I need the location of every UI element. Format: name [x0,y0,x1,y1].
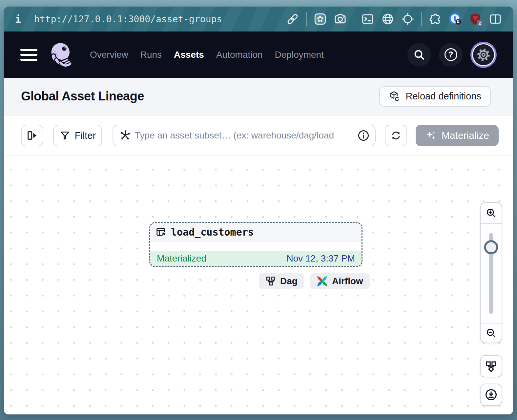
expand-panel-icon [26,129,38,142]
nav-item-overview[interactable]: Overview [90,50,128,60]
onepassword-icon[interactable] [449,12,462,26]
zoom-out-button[interactable] [481,323,502,343]
terminal-icon[interactable] [361,12,374,26]
zoom-in-button[interactable] [481,203,502,224]
asset-status-row: Materialized Nov 12, 3:37 PM [150,251,362,266]
tag-airflow-label: Airflow [332,276,363,286]
page-title: Global Asset Lineage [21,89,144,103]
refresh-icon [390,130,402,141]
relayout-graph-icon [485,360,497,372]
asset-subset-input[interactable] [135,130,354,141]
lineage-canvas[interactable]: load_customers Materialized Nov 12, 3:37… [4,156,513,414]
search-button[interactable] [407,43,431,67]
address-url[interactable]: http://127.0.0.1:3000/asset-groups [34,14,222,25]
tag-dag[interactable]: Dag [259,273,304,289]
zoom-slider-thumb[interactable] [484,240,498,254]
browser-window: i http://127.0.0.1:3000/asset-groups [4,7,513,414]
camera-icon[interactable] [334,12,347,26]
dag-icon [265,276,276,286]
asset-node-header: load_customers [150,223,362,242]
filter-button[interactable]: Filter [53,125,102,146]
toolbar-divider [354,12,354,26]
toolbar-divider [421,12,422,26]
relayout-graph-button[interactable] [480,355,502,377]
nav-item-runs[interactable]: Runs [140,50,162,60]
ublock-icon[interactable]: 2 [469,12,482,26]
asset-node-body [150,242,362,251]
download-image-button[interactable] [480,384,502,406]
zoom-in-icon [485,207,497,219]
hamburger-menu-icon[interactable] [20,49,37,61]
page-info-icon[interactable]: i [15,13,21,25]
zoom-control-panel [480,202,502,343]
reload-definitions-icon [389,91,401,102]
expand-panel-button[interactable] [21,125,43,146]
puzzle-extensions-icon[interactable] [429,12,442,26]
zoom-slider [481,224,502,323]
table-asset-icon [155,226,166,238]
ublock-badge-count: 2 [477,20,483,26]
asset-status-badge: Materialized [157,253,206,264]
sparkles-icon [425,130,437,141]
reload-definitions-button[interactable]: Reload definitions [379,86,491,107]
crosshair-icon[interactable] [401,12,414,26]
toolbar-divider [306,12,307,26]
asset-node-load-customers[interactable]: load_customers Materialized Nov 12, 3:37… [149,222,362,267]
materialize-label: Materialize [442,130,489,141]
materialize-button[interactable]: Materialize [416,125,499,146]
filter-label: Filter [75,130,96,141]
download-icon [485,388,498,401]
asset-materialized-timestamp[interactable]: Nov 12, 3:37 PM [286,253,355,264]
nav-item-deployment[interactable]: Deployment [275,50,324,60]
help-button[interactable]: ? [439,43,463,67]
browser-frame: i http://127.0.0.1:3000/asset-groups [0,0,517,420]
primary-nav: Overview Runs Assets Automation Deployme… [90,50,324,60]
dagster-logo[interactable] [47,41,75,69]
refresh-button[interactable] [385,125,407,146]
asset-graph-icon [119,129,132,142]
globe-icon[interactable] [381,12,394,26]
airflow-icon [316,275,328,287]
split-view-icon[interactable] [489,12,502,26]
asset-subset-search [113,125,376,146]
reload-definitions-label: Reload definitions [405,91,481,102]
filter-icon [59,130,71,141]
photos-icon[interactable] [314,12,327,26]
browser-url-bar: i http://127.0.0.1:3000/asset-groups [4,7,513,32]
browser-toolbar-icons: 2 [286,12,502,26]
link-icon[interactable] [286,12,299,26]
app-nav-bar: Overview Runs Assets Automation Deployme… [4,32,513,78]
tag-dag-label: Dag [280,276,298,286]
info-icon[interactable] [357,129,370,142]
asset-tags: Dag Airflow [259,273,370,289]
gear-icon [476,48,491,62]
help-icon: ? [445,48,457,61]
tag-airflow[interactable]: Airflow [310,273,370,289]
settings-button[interactable] [470,42,497,68]
nav-actions: ? [407,42,497,68]
nav-item-assets[interactable]: Assets [174,50,204,60]
zoom-out-icon [485,327,497,339]
search-icon [412,48,426,62]
nav-item-automation[interactable]: Automation [216,50,263,60]
page-header: Global Asset Lineage Reload definitions [4,78,513,116]
lineage-toolbar: Filter [4,116,513,156]
asset-name: load_customers [171,226,254,238]
